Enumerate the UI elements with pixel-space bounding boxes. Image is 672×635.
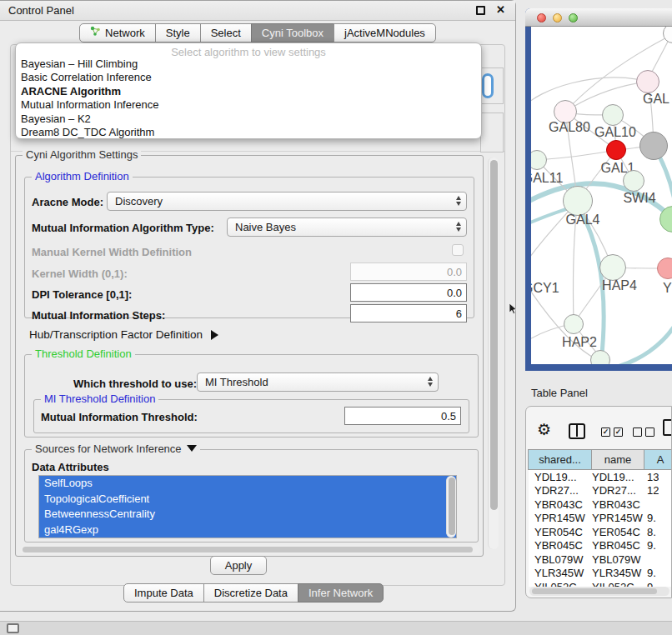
algorithm-option-bayesian-k2[interactable]: Bayesian – K2: [16, 112, 481, 126]
network-canvas[interactable]: GALGAL80GAL10GAL1GAL11SWI4GAL4GCY1HAP4YH…: [531, 27, 672, 364]
mi-threshold-group: MI Threshold Definition Mutual Informati…: [33, 399, 469, 433]
algorithm-option-basic-correlation-inference[interactable]: Basic Correlation Inference: [16, 71, 481, 84]
control-panel-titlebar[interactable]: Control Panel ✕: [0, 1, 515, 21]
algorithm-list: Bayesian – Hill ClimbingBasic Correlatio…: [16, 58, 481, 139]
table-row[interactable]: YLR345WYLR345W9.: [529, 567, 672, 581]
table-header-row: shared...nameA: [529, 449, 672, 470]
table-row[interactable]: YPR145WYPR145W9.: [529, 512, 672, 526]
algorithm-option-dream8-dc-tdc-algorithm[interactable]: Dream8 DC_TDC Algorithm: [16, 126, 481, 139]
expand-right-icon: [211, 330, 218, 340]
mi-steps-value: 6: [456, 308, 462, 320]
mi-steps-label: Mutual Information Steps:: [32, 309, 165, 322]
tab-jactivemnodules[interactable]: jActiveMNodules: [333, 23, 436, 42]
network-node-gal1[interactable]: [606, 140, 626, 160]
cell: 9.: [644, 567, 656, 579]
node-label-gal11: GAL11: [531, 171, 563, 186]
dpi-tolerance-input[interactable]: 0.0: [350, 283, 467, 302]
table-row[interactable]: YBR043CYBR043C: [529, 498, 672, 512]
algorithm-option-bayesian-hill-climbing[interactable]: Bayesian – Hill Climbing: [16, 58, 481, 71]
bottom-tabs: Impute DataDiscretize DataInfer Network: [123, 583, 384, 602]
apply-button[interactable]: Apply: [210, 556, 267, 575]
split-columns-icon[interactable]: [569, 423, 585, 439]
checked-checkbox-icon[interactable]: ✓: [614, 428, 623, 437]
network-node-swi4[interactable]: [623, 170, 644, 192]
checked-checkbox-icon[interactable]: ✓: [601, 428, 610, 437]
table-row[interactable]: YBL079WYBL079W: [529, 552, 672, 567]
bottom-tab-impute-data[interactable]: Impute Data: [123, 583, 204, 602]
tab-style[interactable]: Style: [155, 23, 201, 42]
tab-cyni-toolbox[interactable]: Cyni Toolbox: [251, 23, 334, 42]
column-header-name[interactable]: name: [591, 449, 644, 470]
cell: YIL052C: [529, 581, 589, 587]
close-traffic-light[interactable]: [537, 13, 546, 22]
window-grip-icon[interactable]: [7, 623, 19, 633]
network-node-gal[interactable]: [636, 70, 659, 93]
attribute-item-topologicalcoefficient[interactable]: TopologicalCoefficient: [39, 492, 456, 508]
close-icon[interactable]: ✕: [496, 3, 505, 16]
table-row[interactable]: YER054CYER054C8.: [529, 525, 672, 539]
bottom-tab-infer-network[interactable]: Infer Network: [298, 583, 384, 602]
focused-button-fragment[interactable]: [482, 73, 494, 98]
aracne-mode-select[interactable]: Discovery: [107, 192, 467, 211]
document-icon[interactable]: [663, 419, 672, 436]
network-node-gal4[interactable]: [563, 186, 593, 216]
column-header-shared-[interactable]: shared...: [528, 449, 592, 470]
mi-threshold-group-title: MI Threshold Definition: [41, 392, 158, 405]
network-node-hap4[interactable]: [599, 254, 626, 281]
table-row[interactable]: YBR045CYBR045C9.: [529, 539, 672, 553]
cell: 12: [644, 484, 659, 497]
table-row[interactable]: YIL052CYIL052C9: [529, 580, 672, 587]
which-threshold-select[interactable]: MI Threshold: [197, 372, 439, 392]
tab-network[interactable]: Network: [79, 23, 156, 42]
algorithm-option-aracne-algorithm[interactable]: ARACNE Algorithm: [16, 85, 481, 98]
minimize-traffic-light[interactable]: [553, 13, 562, 22]
bottom-tab-discretize-data[interactable]: Discretize Data: [203, 583, 298, 602]
tab-select[interactable]: Select: [200, 23, 252, 42]
mi-threshold-input[interactable]: 0.5: [344, 407, 461, 425]
gear-icon[interactable]: ⚙: [537, 420, 551, 439]
table-panel-title: Table Panel: [531, 387, 588, 399]
attributes-scrollbar[interactable]: [446, 476, 456, 538]
unchecked-checkbox-icon[interactable]: [633, 428, 642, 437]
zoom-traffic-light[interactable]: [569, 13, 578, 22]
network-node[interactable]: [590, 350, 610, 364]
network-node-hap2[interactable]: [564, 314, 584, 334]
hub-definition-label: Hub/Transcription Factor Definition: [29, 328, 203, 341]
table-row[interactable]: YDL19...YDL19...13: [529, 470, 672, 484]
tab-label: jActiveMNodules: [344, 27, 425, 39]
cell: YBR043C: [589, 498, 644, 511]
algorithm-definition-group: Algorithm Definition Aracne Mode: Discov…: [24, 177, 474, 318]
dropdown-placeholder: Select algorithm to view settings: [16, 43, 481, 58]
sources-group-title[interactable]: Sources for Network Inference: [32, 442, 200, 455]
node-label-gcy1: GCY1: [531, 281, 559, 296]
mi-steps-input[interactable]: 6: [350, 304, 467, 322]
table-body[interactable]: YDL19...YDL19...13YDR27...YDR27...12YBR0…: [529, 470, 672, 587]
unchecked-checkbox-icon[interactable]: [645, 428, 654, 437]
table-hscrollbar[interactable]: [529, 587, 669, 596]
settings-vscrollbar[interactable]: [488, 158, 499, 549]
network-icon: [90, 26, 101, 39]
threshold-definition-group: Threshold Definition Which threshold to …: [24, 354, 479, 438]
attribute-item-selfloops[interactable]: SelfLoops: [39, 476, 456, 492]
hub-definition-toggle[interactable]: Hub/Transcription Factor Definition: [29, 328, 218, 341]
cell: YDR27...: [589, 484, 644, 497]
data-attributes-list[interactable]: SelfLoopsTopologicalCoefficientBetweenne…: [38, 475, 457, 538]
network-window-titlebar[interactable]: [525, 8, 672, 27]
manual-kernel-width-checkbox[interactable]: [452, 244, 464, 256]
column-header-a[interactable]: A: [644, 449, 672, 470]
algorithm-option-mutual-information-inference[interactable]: Mutual Information Inference: [16, 98, 481, 112]
network-node-gal10[interactable]: [602, 104, 624, 126]
float-window-icon[interactable]: [476, 6, 485, 15]
cell: YPR145W: [589, 512, 644, 524]
combo-arrows-icon: [428, 377, 433, 387]
mi-algorithm-type-select[interactable]: Naive Bayes: [227, 218, 467, 237]
kernel-width-input[interactable]: 0.0: [350, 262, 467, 281]
attribute-item-gal4rgexp[interactable]: gal4RGexp: [39, 522, 456, 538]
table-row[interactable]: YDR27...YDR27...12: [529, 484, 672, 498]
attribute-item-betweennesscentrality[interactable]: BetweennessCentrality: [39, 507, 456, 522]
settings-hscrollbar[interactable]: [20, 545, 480, 554]
network-node[interactable]: [639, 132, 668, 160]
node-label-hap2: HAP2: [562, 335, 597, 350]
cell: 8.: [644, 526, 656, 538]
tab-label: Network: [105, 27, 145, 39]
